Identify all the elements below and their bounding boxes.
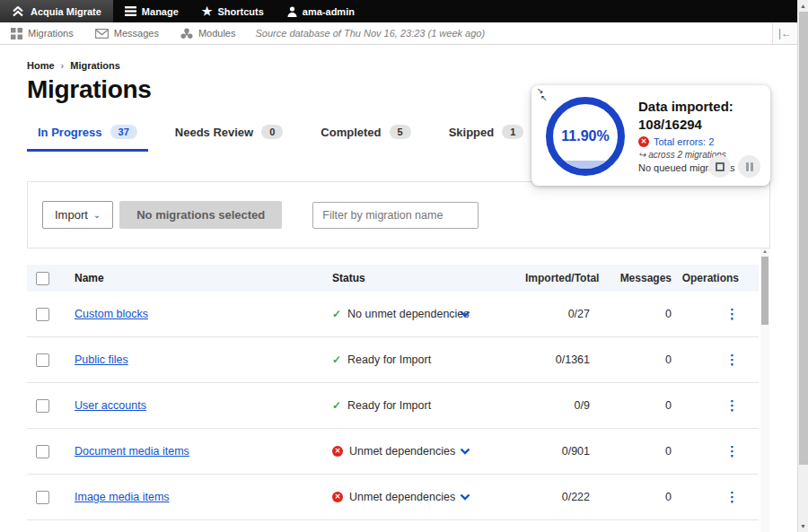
resize-handle-icon[interactable]: ↘ ↖ — [537, 87, 553, 101]
source-database-note: Source database of Thu Nov 16, 23:23 (1 … — [246, 22, 494, 44]
kebab-menu-icon[interactable]: ⋮ — [725, 397, 739, 413]
progress-ring: 11.90% — [546, 97, 625, 176]
select-all-checkbox[interactable] — [36, 272, 49, 285]
grid-icon — [11, 28, 22, 39]
row-checkbox[interactable] — [36, 308, 49, 321]
table-header-row: Name Status Imported/Total Messages Oper… — [27, 265, 759, 292]
migration-name-link[interactable]: Document media items — [75, 445, 189, 458]
breadcrumb-home-link[interactable]: Home — [27, 60, 55, 71]
progress-card-controls — [708, 155, 760, 178]
chevron-down-icon: ⌄ — [93, 210, 101, 220]
total-errors-link[interactable]: ✕ Total errors: 2 — [638, 136, 735, 147]
status-cell: ✓ ✕ Ready for Import — [332, 399, 525, 412]
data-imported-label: Data imported: — [638, 98, 735, 116]
pause-button[interactable] — [738, 155, 760, 178]
import-dropdown-button[interactable]: Import ⌄ — [42, 201, 113, 229]
status-cell: ✓ ✕ Ready for Import — [332, 353, 525, 366]
table-scrollbar[interactable]: ▲ — [760, 249, 769, 532]
selection-status-button: No migrations selected — [119, 201, 282, 229]
star-icon: ★ — [202, 5, 213, 17]
header-operations: Operations — [672, 272, 759, 284]
app-window: Acquia Migrate Manage ★ Shortcuts ama-ad… — [0, 0, 797, 532]
breadcrumb: Home › Migrations — [27, 60, 770, 71]
imported-total-value: 0/9 — [525, 399, 590, 412]
tab-skipped[interactable]: Skipped 1 — [438, 125, 535, 152]
import-label: Import — [55, 208, 88, 222]
toolbar-item-migrations[interactable]: Migrations — [0, 22, 84, 44]
status-expand-chevron[interactable] — [460, 448, 470, 455]
tab-count-badge: 1 — [502, 125, 523, 139]
envelope-icon — [95, 29, 109, 39]
manage-menu[interactable]: Manage — [113, 0, 190, 22]
page-scroll-up-icon[interactable]: ▲ — [798, 3, 808, 9]
row-checkbox[interactable] — [36, 445, 49, 458]
shortcuts-menu[interactable]: ★ Shortcuts — [190, 0, 276, 22]
migration-name-link[interactable]: Custom blocks — [75, 308, 148, 320]
toolbar-item-messages[interactable]: Messages — [84, 22, 170, 44]
total-errors-label: Total errors: 2 — [654, 136, 714, 147]
tab-label: In Progress — [38, 126, 102, 139]
page-scrollbar-thumb[interactable] — [799, 12, 808, 465]
status-cell: ✓ ✕ Unmet dependencies — [332, 491, 525, 503]
imported-total-value: 0/901 — [525, 445, 590, 458]
status-label: No unmet dependencies — [347, 308, 470, 320]
stop-button[interactable] — [708, 155, 731, 178]
toolbar-messages-label: Messages — [114, 28, 159, 39]
status-cell: ✓ ✕ Unmet dependencies — [332, 445, 525, 458]
migration-name-link[interactable]: User accounts — [75, 399, 146, 412]
shortcuts-label: Shortcuts — [217, 6, 263, 17]
brand-label: Acquia Migrate — [31, 6, 101, 17]
messages-count: 0 — [590, 491, 672, 503]
table-row: User accounts ✓ ✕ Ready for Import 0/9 0… — [27, 383, 759, 429]
kebab-menu-icon[interactable]: ⋮ — [725, 306, 739, 321]
messages-count: 0 — [590, 399, 672, 412]
migration-filter-input[interactable] — [312, 202, 479, 229]
messages-count: 0 — [590, 353, 672, 366]
table-row: Document media items ✓ ✕ Unmet dependenc… — [27, 429, 759, 475]
tab-completed[interactable]: Completed 5 — [310, 125, 421, 152]
table-row: Image media items ✓ ✕ Unmet dependencies… — [27, 475, 759, 520]
status-expand-chevron[interactable] — [460, 310, 470, 318]
check-icon: ✓ — [332, 308, 341, 320]
kebab-menu-icon[interactable]: ⋮ — [725, 352, 739, 367]
imported-total-value: 0/222 — [525, 491, 590, 503]
row-checkbox[interactable] — [36, 399, 49, 413]
pause-icon — [746, 162, 753, 171]
kebab-menu-icon[interactable]: ⋮ — [725, 489, 739, 504]
manage-label: Manage — [142, 6, 179, 17]
migrations-table: Name Status Imported/Total Messages Oper… — [27, 265, 759, 532]
table-scrollbar-thumb[interactable] — [761, 257, 768, 325]
page-scroll-down-icon[interactable]: ▼ — [798, 523, 808, 529]
tab-label: Completed — [321, 126, 381, 139]
status-expand-chevron[interactable] — [460, 493, 470, 501]
secondary-toolbar: Migrations Messages Modules Source datab… — [0, 22, 797, 45]
tab-in-progress[interactable]: In Progress 37 — [27, 125, 148, 152]
table-scroll-up-icon[interactable]: ▲ — [760, 249, 769, 254]
status-label: Ready for Import — [347, 353, 431, 366]
check-icon: ✓ — [332, 399, 341, 412]
toolbar-collapse-button[interactable]: |← — [772, 22, 797, 44]
status-label: Unmet dependencies — [349, 445, 455, 458]
status-label: Ready for Import — [347, 399, 431, 412]
error-icon: ✕ — [638, 136, 649, 147]
tab-needs-review[interactable]: Needs Review 0 — [164, 125, 294, 152]
header-imported-total: Imported/Total — [525, 272, 590, 284]
modules-icon — [180, 28, 193, 39]
progress-ring-fill — [553, 161, 618, 169]
row-checkbox[interactable] — [36, 353, 49, 367]
error-icon: ✕ — [332, 446, 343, 457]
toolbar-item-modules[interactable]: Modules — [170, 22, 247, 44]
user-menu[interactable]: ama-admin — [276, 0, 366, 22]
error-icon: ✕ — [332, 492, 343, 502]
check-icon: ✓ — [332, 353, 341, 366]
acquia-migrate-brand[interactable]: Acquia Migrate — [0, 0, 113, 22]
kebab-menu-icon[interactable]: ⋮ — [725, 443, 739, 458]
progress-percent: 11.90% — [561, 128, 609, 144]
table-row: Custom blocks ✓ ✕ No unmet dependencies … — [27, 292, 759, 337]
row-checkbox[interactable] — [36, 491, 49, 504]
across-arrow-icon: ↪ — [638, 150, 646, 160]
page-scrollbar[interactable]: ▲ ▼ — [797, 0, 808, 532]
migration-name-link[interactable]: Image media items — [75, 491, 170, 503]
migration-name-link[interactable]: Public files — [75, 353, 128, 366]
tab-count-badge: 5 — [390, 125, 411, 139]
